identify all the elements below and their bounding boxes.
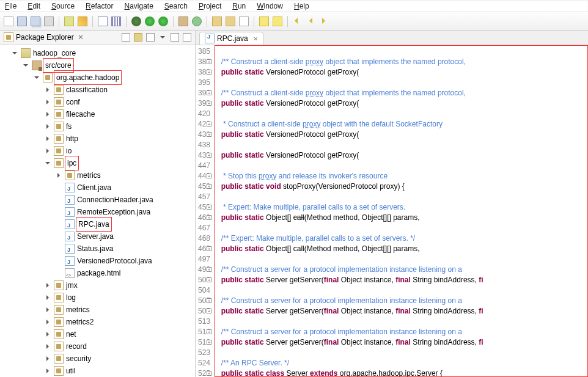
tree-item-metrics[interactable]: metrics bbox=[45, 304, 194, 316]
code-line[interactable]: public static VersionedProtocol getProxy… bbox=[217, 98, 586, 109]
code-line[interactable] bbox=[217, 285, 586, 296]
fold-icon[interactable]: + bbox=[207, 277, 211, 282]
view-menu-icon[interactable] bbox=[158, 33, 167, 42]
saveall-icon[interactable] bbox=[31, 16, 40, 26]
fold-icon[interactable]: + bbox=[207, 298, 211, 303]
code-line[interactable]: /** Expert: Make multiple, parallel call… bbox=[217, 233, 586, 244]
fold-icon[interactable]: + bbox=[207, 90, 211, 95]
code-line[interactable]: public static Server getServer(final Obj… bbox=[217, 275, 586, 285]
runext-icon[interactable] bbox=[158, 16, 168, 26]
opentype-icon[interactable] bbox=[226, 16, 235, 26]
tree-item-fs[interactable]: fs bbox=[45, 120, 194, 133]
code-line[interactable]: public static Server getServer(final Obj… bbox=[217, 306, 586, 317]
srcfolder-node[interactable]: src/core bbox=[23, 59, 194, 71]
fold-icon[interactable]: + bbox=[207, 101, 211, 106]
tree-item-net[interactable]: net bbox=[45, 328, 194, 340]
code-content[interactable]: /** Construct a client-side proxy object… bbox=[215, 45, 588, 377]
fold-icon[interactable]: + bbox=[207, 59, 211, 64]
openfolder-icon[interactable] bbox=[212, 16, 222, 26]
wand-icon[interactable] bbox=[78, 16, 87, 26]
fold-icon[interactable]: + bbox=[207, 246, 211, 251]
menu-navigate[interactable]: Navigate bbox=[124, 2, 153, 10]
tree-item-client-java[interactable]: Client.java bbox=[56, 181, 194, 194]
ipc-node[interactable]: ipc bbox=[45, 157, 194, 169]
new-icon[interactable] bbox=[4, 16, 13, 26]
tree-item-remoteexception-java[interactable]: RemoteException.java bbox=[56, 206, 194, 218]
code-line[interactable]: * Stop this proxy and release its invoke… bbox=[217, 171, 586, 181]
filter-icon[interactable] bbox=[146, 33, 155, 42]
code-line[interactable]: /** Construct a server for a protocol im… bbox=[217, 296, 586, 306]
tree-item-io[interactable]: io bbox=[45, 145, 194, 157]
code-line[interactable]: public static Object[] call(Method metho… bbox=[217, 213, 586, 223]
tree-item-conf[interactable]: conf bbox=[45, 96, 194, 108]
lastloc-icon[interactable] bbox=[293, 16, 303, 26]
tree-item-server-java[interactable]: Server.java bbox=[56, 230, 194, 243]
forward-icon[interactable] bbox=[320, 16, 329, 26]
columns-icon[interactable] bbox=[111, 16, 121, 26]
code-line[interactable]: public static void stopProxy(VersionedPr… bbox=[217, 181, 586, 192]
collapse-all-icon[interactable] bbox=[122, 33, 130, 42]
fold-icon[interactable]: + bbox=[207, 153, 211, 158]
fold-icon[interactable]: + bbox=[207, 205, 211, 210]
code-line[interactable] bbox=[217, 223, 586, 233]
debug-icon[interactable] bbox=[131, 16, 141, 26]
code-line[interactable] bbox=[217, 348, 586, 358]
project-node[interactable]: hadoop_core bbox=[12, 47, 194, 59]
code-line[interactable]: /** Construct a server for a protocol im… bbox=[217, 327, 586, 337]
code-line[interactable]: public static VersionedProtocol getProxy… bbox=[217, 130, 586, 140]
code-line[interactable]: * Construct a client-side proxy object w… bbox=[217, 119, 586, 130]
save-icon[interactable] bbox=[17, 16, 27, 26]
tree-item-metrics[interactable]: metrics bbox=[56, 169, 194, 181]
run-icon[interactable] bbox=[145, 16, 155, 26]
code-line[interactable]: public static Server getServer(final Obj… bbox=[217, 337, 586, 348]
prevann-icon[interactable] bbox=[273, 16, 282, 26]
fold-icon[interactable]: + bbox=[207, 215, 211, 220]
code-line[interactable]: public static class Server extends org.a… bbox=[217, 368, 586, 377]
code-line[interactable] bbox=[217, 78, 586, 88]
tree-item-record[interactable]: record bbox=[45, 340, 194, 353]
code-line[interactable]: * Expert: Make multiple, parallel calls … bbox=[217, 202, 586, 213]
build-icon[interactable] bbox=[64, 16, 74, 26]
fold-icon[interactable]: + bbox=[207, 174, 211, 178]
tree-item-util[interactable]: util bbox=[45, 365, 194, 377]
code-line[interactable]: /** Construct a server for a protocol im… bbox=[217, 265, 586, 275]
tab-rpc-java[interactable]: RPC.java ✕ bbox=[199, 32, 263, 45]
fold-icon[interactable]: + bbox=[207, 70, 211, 75]
fold-icon[interactable]: + bbox=[207, 132, 211, 137]
fold-icon[interactable]: + bbox=[207, 122, 211, 126]
nextann-icon[interactable] bbox=[259, 16, 269, 26]
minimize-icon[interactable] bbox=[171, 33, 179, 42]
newclass-icon[interactable] bbox=[192, 16, 202, 26]
togglemark-icon[interactable] bbox=[98, 16, 108, 26]
tree-item-jmx[interactable]: jmx bbox=[45, 279, 194, 291]
code-line[interactable]: /** An RPC Server. */ bbox=[217, 358, 586, 368]
code-line[interactable]: public static Object[] call(Method metho… bbox=[217, 244, 586, 254]
fold-icon[interactable]: + bbox=[207, 309, 211, 313]
menu-help[interactable]: Help bbox=[294, 2, 309, 10]
code-line[interactable] bbox=[217, 46, 586, 57]
search-icon[interactable] bbox=[239, 16, 249, 26]
menu-window[interactable]: Window bbox=[257, 2, 283, 10]
back-icon[interactable] bbox=[306, 16, 316, 26]
code-line[interactable] bbox=[217, 140, 586, 150]
link-editor-icon[interactable] bbox=[134, 33, 142, 42]
code-line[interactable] bbox=[217, 109, 586, 119]
tree-item-security[interactable]: security bbox=[45, 353, 194, 365]
code-line[interactable] bbox=[217, 254, 586, 265]
tree-item-filecache[interactable]: filecache bbox=[45, 108, 194, 120]
code-line[interactable] bbox=[217, 161, 586, 171]
code-line[interactable]: public static VersionedProtocol getProxy… bbox=[217, 150, 586, 161]
tree-item-versionedprotocol-java[interactable]: VersionedProtocol.java bbox=[56, 255, 194, 267]
tree-item-status-java[interactable]: Status.java bbox=[56, 243, 194, 255]
code-line[interactable]: /** Construct a client-side proxy object… bbox=[217, 57, 586, 67]
tree-item-classification[interactable]: classification bbox=[45, 84, 194, 96]
menu-file[interactable]: File bbox=[5, 2, 17, 10]
tree-item-rpc-java[interactable]: RPC.java bbox=[56, 218, 194, 230]
rootpkg-node[interactable]: org.apache.hadoop bbox=[34, 71, 194, 84]
tree-item-package-html[interactable]: package.html bbox=[56, 267, 194, 279]
package-explorer-tree[interactable]: hadoop_core src/core org.apache.hadoop c… bbox=[0, 45, 195, 377]
print-icon[interactable] bbox=[44, 16, 54, 26]
menu-edit[interactable]: Edit bbox=[28, 2, 40, 10]
tree-item-connectionheader-java[interactable]: ConnectionHeader.java bbox=[56, 194, 194, 206]
menu-source[interactable]: Source bbox=[51, 2, 75, 10]
